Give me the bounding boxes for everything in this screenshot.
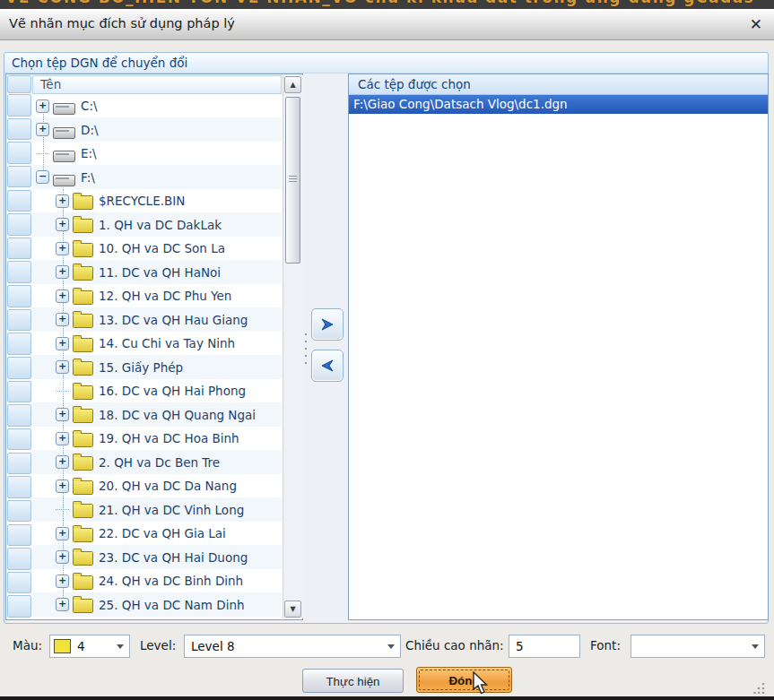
folder-tree: +C:\+D:\E:\−F:\+$RECYCLE.BIN+1. QH va DC… [32,94,282,618]
tree-item[interactable]: +13. DC va QH Hau Giang [32,308,282,333]
tree-item[interactable]: +C:\ [32,94,282,118]
row-indicator-cell[interactable] [7,357,31,379]
expand-icon[interactable]: + [56,313,69,326]
row-indicator-cell[interactable] [7,404,31,427]
folder-icon [73,195,93,210]
tree-item[interactable]: 21. QH va DC Vinh Long [32,498,282,523]
panel-splitter-grip[interactable] [305,333,307,369]
tree-item[interactable]: +22. DC va QH Gia Lai [32,522,282,546]
color-label: Màu: [13,638,42,652]
tree-item[interactable]: 16. DC va QH Hai Phong [32,379,282,403]
scroll-down-icon[interactable]: ▼ [284,601,301,618]
tree-item[interactable]: +20. QH va DC Da Nang [32,474,282,498]
row-indicator-cell[interactable] [7,500,31,523]
color-combobox[interactable]: 4 [49,635,130,658]
expand-icon[interactable]: + [56,242,69,255]
tree-item[interactable]: +D:\ [32,118,282,143]
expand-icon[interactable]: + [56,575,69,588]
row-indicator-cell[interactable] [7,238,31,260]
row-indicator-cell[interactable] [7,285,31,307]
scroll-up-icon[interactable]: ▲ [284,76,301,93]
row-indicator-cell[interactable] [7,309,31,332]
tree-item[interactable]: +25. QH va DC Nam Dinh [32,593,282,618]
row-indicator-cell[interactable] [7,142,31,164]
arrow-left-icon [318,357,336,375]
expand-icon[interactable]: + [56,408,69,421]
tree-item-label: $RECYCLE.BIN [99,194,185,208]
resize-grip[interactable] [753,681,766,694]
row-indicator-cell[interactable] [7,261,31,283]
expand-icon[interactable]: + [56,337,69,350]
tree-item[interactable]: +1. QH va DC DakLak [32,213,282,238]
remove-file-button[interactable] [311,350,344,382]
add-file-button[interactable] [311,308,344,341]
tree-item[interactable]: +24. QH va DC Binh Dinh [32,569,282,593]
expand-icon[interactable]: + [56,360,69,374]
tree-item[interactable]: −F:\ [32,166,282,190]
collapse-icon[interactable]: − [36,170,49,184]
expand-icon[interactable]: + [56,265,69,279]
expand-icon[interactable]: + [56,598,69,611]
label-height-value: 5 [516,639,524,653]
expand-icon[interactable]: + [56,194,69,208]
row-indicator-cell[interactable] [7,381,31,403]
chevron-down-icon[interactable] [387,644,395,649]
expand-icon[interactable]: + [56,527,69,540]
selected-file-item[interactable]: F:\Giao Cong\Datsach Vlog\dc1.dgn [349,95,768,114]
level-value: Level 8 [191,639,235,653]
selected-files-header: Các tệp được chọn [349,74,768,95]
close-button[interactable]: Đóng [416,667,512,693]
row-indicator-cell[interactable] [7,166,31,188]
tree-item[interactable]: +12. QH va DC Phu Yen [32,284,282,308]
tree-item[interactable]: E:\ [32,142,282,166]
tree-item[interactable]: +2. QH va Dc Ben Tre [32,451,282,475]
font-label: Font: [590,638,621,652]
expand-icon[interactable]: + [56,432,69,445]
folder-icon [73,409,93,423]
folder-icon [73,338,93,352]
chevron-down-icon[interactable] [752,644,759,649]
chevron-down-icon[interactable] [117,644,124,649]
expand-icon[interactable]: + [56,290,69,303]
row-indicator-cell[interactable] [7,213,31,236]
row-indicator-cell[interactable] [7,476,31,498]
tree-column-header[interactable]: Tên [32,75,282,94]
tree-item[interactable]: +19. QH va DC Hoa Binh [32,427,282,451]
row-indicator-cell[interactable] [7,190,31,212]
font-combobox[interactable] [631,635,765,658]
label-height-label: Chiều cao nhãn: [405,638,504,652]
row-indicator-cell[interactable] [7,118,31,141]
tree-item[interactable]: +$RECYCLE.BIN [32,189,282,213]
expand-icon[interactable]: + [56,550,69,564]
row-indicator-cell[interactable] [7,453,31,475]
row-indicator-cell[interactable] [7,94,31,117]
scrollbar-thumb[interactable] [285,97,300,264]
row-indicator-cell[interactable] [7,572,31,594]
row-indicator-cell[interactable] [7,333,31,355]
level-combobox[interactable]: Level 8 [184,635,401,658]
row-indicator-cell[interactable] [7,428,31,451]
expand-icon[interactable]: + [56,455,69,469]
tree-item-label: 16. DC va QH Hai Phong [99,384,246,398]
tree-item[interactable]: +23. DC va QH Hai Duong [32,546,282,570]
expand-icon[interactable]: + [56,480,69,493]
tree-item[interactable]: +14. Cu Chi va Tay Ninh [32,332,282,356]
tree-scrollbar[interactable]: ▲ ▼ [283,75,303,618]
folder-icon [73,551,93,566]
row-indicator-cell[interactable] [7,524,31,547]
tree-item[interactable]: +18. DC va QH Quang Ngai [32,403,282,428]
expand-icon[interactable]: + [56,218,69,231]
row-indicator-cell[interactable] [7,548,31,570]
label-height-input[interactable]: 5 [509,635,580,658]
tree-item[interactable]: +15. Giấy Phép [32,356,282,380]
row-indicator-cell[interactable] [7,595,31,618]
expand-icon[interactable]: + [36,99,49,113]
execute-button[interactable]: Thực hiện [302,669,404,693]
tree-item[interactable]: +10. QH va DC Son La [32,237,282,261]
folder-icon [73,219,93,233]
close-icon[interactable]: ✕ [750,15,762,33]
tree-item-label: E:\ [81,146,97,160]
drive-icon [53,127,75,139]
tree-item[interactable]: +11. DC va QH HaNoi [32,261,282,285]
expand-icon[interactable]: + [36,123,49,136]
